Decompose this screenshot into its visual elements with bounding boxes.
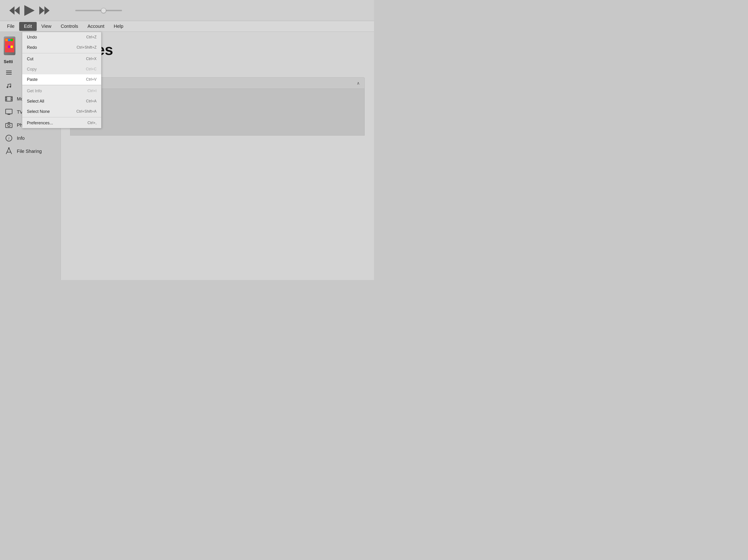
app-icon-2 [8,39,10,41]
menu-paste-label: Paste [27,77,38,82]
menu-bar: File Edit View Controls Account Help Und… [0,21,374,32]
app-icon-3 [10,39,13,41]
play-button[interactable] [24,5,34,16]
svg-rect-10 [5,96,13,101]
table-header[interactable]: Name ∧ [70,77,365,89]
ffwd-button[interactable] [39,6,50,15]
chevron-up-icon: ∧ [357,80,360,86]
menu-undo-shortcut: Ctrl+Z [86,35,96,39]
menu-copy-label: Copy [27,67,37,72]
svg-rect-17 [6,109,12,114]
sidebar-file-sharing-label: File Sharing [17,149,42,154]
menu-item-view[interactable]: View [37,22,56,31]
menu-item-controls[interactable]: Controls [56,22,83,31]
camera-icon [5,121,13,129]
sidebar-item-file-sharing[interactable]: File Sharing [0,145,61,158]
info-icon: i [5,134,13,142]
menu-copy-shortcut: Ctrl+C [86,67,96,71]
svg-marker-2 [24,5,34,16]
svg-rect-14 [11,99,13,100]
menu-copy[interactable]: Copy Ctrl+C [22,64,101,74]
table-body [70,89,365,136]
menu-select-all[interactable]: Select All Ctrl+A [22,96,101,106]
volume-thumb[interactable] [101,8,106,13]
menu-item-help[interactable]: Help [109,22,128,31]
svg-rect-12 [5,99,6,100]
menu-select-all-label: Select All [27,99,44,104]
svg-marker-3 [39,6,44,15]
menu-preferences-label: Preferences... [27,121,53,125]
menu-paste[interactable]: Paste Ctrl+V [22,74,101,85]
device-screen [5,38,14,52]
menu-cut-shortcut: Ctrl+X [86,57,96,61]
svg-point-8 [7,87,8,88]
svg-point-9 [9,86,11,88]
svg-rect-5 [6,71,12,71]
menu-divider-1 [22,53,101,53]
menu-get-info-shortcut: Ctrl+I [88,89,96,93]
menu-item-file[interactable]: File [2,22,19,31]
svg-text:i: i [8,136,9,140]
transport-bar [0,0,374,21]
volume-slider[interactable] [75,10,122,11]
svg-rect-6 [6,72,12,73]
menu-redo-shortcut: Ctrl+Shift+Z [77,45,96,50]
content-area: Tones No items Name ∧ [61,32,374,280]
menu-preferences-shortcut: Ctrl+, [88,121,96,125]
app-store-icon [5,147,13,156]
app-icon-1 [5,39,8,41]
svg-line-25 [9,148,12,154]
svg-marker-1 [9,6,15,15]
menu-select-none-shortcut: Ctrl+Shift+A [76,109,96,114]
edit-dropdown-menu: Undo Ctrl+Z Redo Ctrl+Shift+Z Cut Ctrl+X… [22,32,101,128]
menu-get-info-label: Get Info [27,89,42,93]
app-icon-6 [10,46,13,48]
menu-select-none[interactable]: Select None Ctrl+Shift+A [22,106,101,117]
menu-select-none-label: Select None [27,109,50,114]
menu-preferences[interactable]: Preferences... Ctrl+, [22,118,101,128]
svg-rect-7 [6,74,12,74]
menu-cut[interactable]: Cut Ctrl+X [22,54,101,64]
app-icon-4 [5,46,8,48]
menu-select-all-shortcut: Ctrl+A [86,99,96,103]
svg-rect-11 [5,97,6,98]
rewind-button[interactable] [9,6,20,15]
menu-undo-label: Undo [27,35,37,40]
menu-get-info[interactable]: Get Info Ctrl+I [22,86,101,96]
menu-item-account[interactable]: Account [83,22,109,31]
sidebar-info-label: Info [17,136,25,141]
menu-redo[interactable]: Redo Ctrl+Shift+Z [22,42,101,53]
menu-redo-label: Redo [27,45,37,50]
tv-icon [5,108,13,116]
svg-point-21 [8,124,10,127]
film-icon [5,95,13,103]
volume-slider-container [75,10,122,11]
svg-marker-0 [15,6,20,15]
app-icon-5 [8,46,10,48]
svg-line-24 [6,148,9,154]
content-subtitle: No items [70,61,365,68]
sidebar-item-info[interactable]: i Info [0,132,61,145]
content-title: Tones [70,41,365,59]
menu-divider-3 [22,117,101,117]
menu-undo[interactable]: Undo Ctrl+Z [22,32,101,42]
music-icon [5,81,13,90]
device-thumbnail [4,37,16,55]
transport-controls [9,5,50,16]
menu-cut-label: Cut [27,56,33,62]
menu-item-edit[interactable]: Edit [19,22,37,31]
svg-marker-4 [44,6,50,15]
svg-rect-20 [6,123,12,127]
list-icon [5,69,13,77]
menu-paste-shortcut: Ctrl+V [86,77,96,81]
svg-rect-13 [11,97,13,98]
